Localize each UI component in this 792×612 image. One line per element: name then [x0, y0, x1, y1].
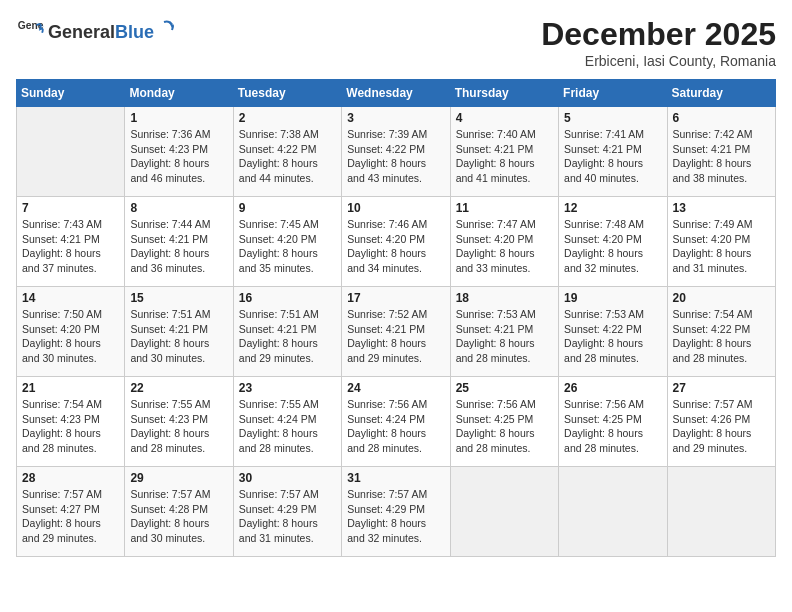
day-number: 6	[673, 111, 770, 125]
calendar-cell: 10Sunrise: 7:46 AM Sunset: 4:20 PM Dayli…	[342, 197, 450, 287]
day-info: Sunrise: 7:55 AM Sunset: 4:24 PM Dayligh…	[239, 397, 336, 456]
day-info: Sunrise: 7:57 AM Sunset: 4:26 PM Dayligh…	[673, 397, 770, 456]
calendar-cell: 3Sunrise: 7:39 AM Sunset: 4:22 PM Daylig…	[342, 107, 450, 197]
calendar-cell: 5Sunrise: 7:41 AM Sunset: 4:21 PM Daylig…	[559, 107, 667, 197]
day-info: Sunrise: 7:39 AM Sunset: 4:22 PM Dayligh…	[347, 127, 444, 186]
logo-blue: Blue	[115, 22, 154, 43]
day-number: 12	[564, 201, 661, 215]
day-number: 11	[456, 201, 553, 215]
calendar-cell: 13Sunrise: 7:49 AM Sunset: 4:20 PM Dayli…	[667, 197, 775, 287]
calendar-table: SundayMondayTuesdayWednesdayThursdayFrid…	[16, 79, 776, 557]
day-number: 28	[22, 471, 119, 485]
calendar-week-1: 1Sunrise: 7:36 AM Sunset: 4:23 PM Daylig…	[17, 107, 776, 197]
day-number: 15	[130, 291, 227, 305]
day-number: 24	[347, 381, 444, 395]
day-info: Sunrise: 7:57 AM Sunset: 4:29 PM Dayligh…	[239, 487, 336, 546]
day-number: 13	[673, 201, 770, 215]
weekday-header-monday: Monday	[125, 80, 233, 107]
day-info: Sunrise: 7:46 AM Sunset: 4:20 PM Dayligh…	[347, 217, 444, 276]
day-number: 4	[456, 111, 553, 125]
day-info: Sunrise: 7:55 AM Sunset: 4:23 PM Dayligh…	[130, 397, 227, 456]
calendar-week-2: 7Sunrise: 7:43 AM Sunset: 4:21 PM Daylig…	[17, 197, 776, 287]
day-number: 1	[130, 111, 227, 125]
day-number: 22	[130, 381, 227, 395]
calendar-cell	[667, 467, 775, 557]
day-info: Sunrise: 7:50 AM Sunset: 4:20 PM Dayligh…	[22, 307, 119, 366]
day-number: 8	[130, 201, 227, 215]
day-info: Sunrise: 7:54 AM Sunset: 4:22 PM Dayligh…	[673, 307, 770, 366]
day-number: 16	[239, 291, 336, 305]
day-number: 23	[239, 381, 336, 395]
day-info: Sunrise: 7:42 AM Sunset: 4:21 PM Dayligh…	[673, 127, 770, 186]
day-number: 7	[22, 201, 119, 215]
calendar-week-3: 14Sunrise: 7:50 AM Sunset: 4:20 PM Dayli…	[17, 287, 776, 377]
calendar-cell	[450, 467, 558, 557]
day-number: 17	[347, 291, 444, 305]
day-info: Sunrise: 7:40 AM Sunset: 4:21 PM Dayligh…	[456, 127, 553, 186]
calendar-cell: 4Sunrise: 7:40 AM Sunset: 4:21 PM Daylig…	[450, 107, 558, 197]
day-number: 29	[130, 471, 227, 485]
main-title: December 2025	[541, 16, 776, 53]
day-number: 18	[456, 291, 553, 305]
day-number: 5	[564, 111, 661, 125]
day-info: Sunrise: 7:51 AM Sunset: 4:21 PM Dayligh…	[239, 307, 336, 366]
day-info: Sunrise: 7:47 AM Sunset: 4:20 PM Dayligh…	[456, 217, 553, 276]
calendar-cell: 9Sunrise: 7:45 AM Sunset: 4:20 PM Daylig…	[233, 197, 341, 287]
day-number: 9	[239, 201, 336, 215]
calendar-cell: 24Sunrise: 7:56 AM Sunset: 4:24 PM Dayli…	[342, 377, 450, 467]
calendar-cell	[559, 467, 667, 557]
calendar-week-5: 28Sunrise: 7:57 AM Sunset: 4:27 PM Dayli…	[17, 467, 776, 557]
day-number: 14	[22, 291, 119, 305]
calendar-cell: 30Sunrise: 7:57 AM Sunset: 4:29 PM Dayli…	[233, 467, 341, 557]
day-number: 10	[347, 201, 444, 215]
subtitle: Erbiceni, Iasi County, Romania	[541, 53, 776, 69]
day-number: 25	[456, 381, 553, 395]
day-info: Sunrise: 7:45 AM Sunset: 4:20 PM Dayligh…	[239, 217, 336, 276]
calendar-cell: 19Sunrise: 7:53 AM Sunset: 4:22 PM Dayli…	[559, 287, 667, 377]
day-info: Sunrise: 7:38 AM Sunset: 4:22 PM Dayligh…	[239, 127, 336, 186]
day-info: Sunrise: 7:57 AM Sunset: 4:28 PM Dayligh…	[130, 487, 227, 546]
calendar-cell: 27Sunrise: 7:57 AM Sunset: 4:26 PM Dayli…	[667, 377, 775, 467]
calendar-cell: 16Sunrise: 7:51 AM Sunset: 4:21 PM Dayli…	[233, 287, 341, 377]
day-number: 19	[564, 291, 661, 305]
day-info: Sunrise: 7:56 AM Sunset: 4:25 PM Dayligh…	[456, 397, 553, 456]
logo: General General Blue	[16, 16, 174, 44]
calendar-cell: 14Sunrise: 7:50 AM Sunset: 4:20 PM Dayli…	[17, 287, 125, 377]
day-info: Sunrise: 7:57 AM Sunset: 4:29 PM Dayligh…	[347, 487, 444, 546]
calendar-cell: 8Sunrise: 7:44 AM Sunset: 4:21 PM Daylig…	[125, 197, 233, 287]
day-info: Sunrise: 7:54 AM Sunset: 4:23 PM Dayligh…	[22, 397, 119, 456]
calendar-cell: 29Sunrise: 7:57 AM Sunset: 4:28 PM Dayli…	[125, 467, 233, 557]
logo-bird-icon	[154, 18, 174, 38]
page-header: General General Blue December 2025 Erbic…	[16, 16, 776, 69]
weekday-header-wednesday: Wednesday	[342, 80, 450, 107]
weekday-header-tuesday: Tuesday	[233, 80, 341, 107]
calendar-cell: 15Sunrise: 7:51 AM Sunset: 4:21 PM Dayli…	[125, 287, 233, 377]
day-info: Sunrise: 7:41 AM Sunset: 4:21 PM Dayligh…	[564, 127, 661, 186]
day-info: Sunrise: 7:51 AM Sunset: 4:21 PM Dayligh…	[130, 307, 227, 366]
logo-icon: General	[16, 16, 44, 44]
calendar-cell: 17Sunrise: 7:52 AM Sunset: 4:21 PM Dayli…	[342, 287, 450, 377]
calendar-cell: 7Sunrise: 7:43 AM Sunset: 4:21 PM Daylig…	[17, 197, 125, 287]
calendar-cell: 28Sunrise: 7:57 AM Sunset: 4:27 PM Dayli…	[17, 467, 125, 557]
day-number: 2	[239, 111, 336, 125]
calendar-cell: 22Sunrise: 7:55 AM Sunset: 4:23 PM Dayli…	[125, 377, 233, 467]
day-info: Sunrise: 7:56 AM Sunset: 4:25 PM Dayligh…	[564, 397, 661, 456]
day-info: Sunrise: 7:49 AM Sunset: 4:20 PM Dayligh…	[673, 217, 770, 276]
weekday-row: SundayMondayTuesdayWednesdayThursdayFrid…	[17, 80, 776, 107]
day-number: 26	[564, 381, 661, 395]
day-info: Sunrise: 7:43 AM Sunset: 4:21 PM Dayligh…	[22, 217, 119, 276]
calendar-cell: 2Sunrise: 7:38 AM Sunset: 4:22 PM Daylig…	[233, 107, 341, 197]
day-info: Sunrise: 7:53 AM Sunset: 4:21 PM Dayligh…	[456, 307, 553, 366]
calendar-header: SundayMondayTuesdayWednesdayThursdayFrid…	[17, 80, 776, 107]
day-info: Sunrise: 7:53 AM Sunset: 4:22 PM Dayligh…	[564, 307, 661, 366]
calendar-body: 1Sunrise: 7:36 AM Sunset: 4:23 PM Daylig…	[17, 107, 776, 557]
day-number: 30	[239, 471, 336, 485]
calendar-cell: 1Sunrise: 7:36 AM Sunset: 4:23 PM Daylig…	[125, 107, 233, 197]
day-info: Sunrise: 7:57 AM Sunset: 4:27 PM Dayligh…	[22, 487, 119, 546]
calendar-cell: 26Sunrise: 7:56 AM Sunset: 4:25 PM Dayli…	[559, 377, 667, 467]
calendar-cell: 12Sunrise: 7:48 AM Sunset: 4:20 PM Dayli…	[559, 197, 667, 287]
day-info: Sunrise: 7:44 AM Sunset: 4:21 PM Dayligh…	[130, 217, 227, 276]
calendar-cell: 6Sunrise: 7:42 AM Sunset: 4:21 PM Daylig…	[667, 107, 775, 197]
weekday-header-sunday: Sunday	[17, 80, 125, 107]
calendar-cell	[17, 107, 125, 197]
